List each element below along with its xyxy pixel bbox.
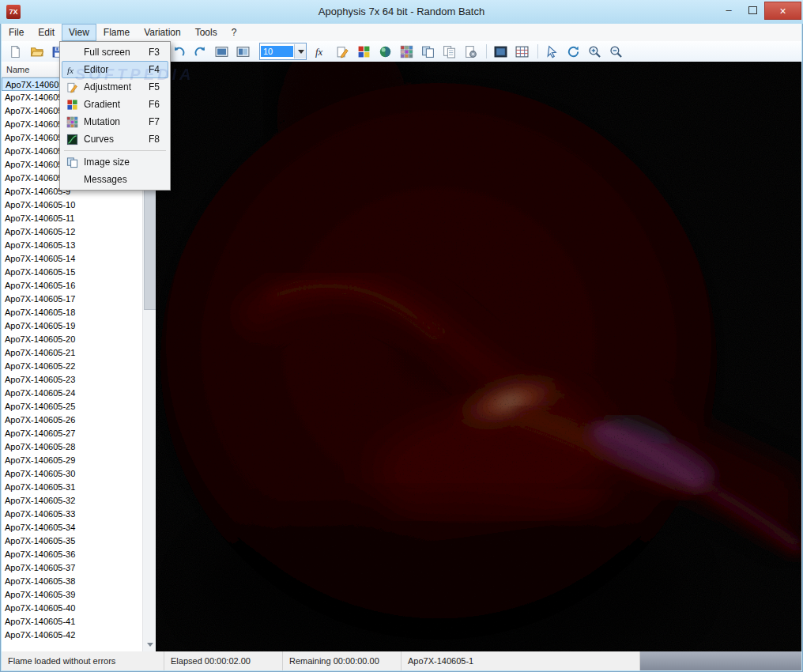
scrollbar-down-button[interactable] [143,638,156,651]
menu-item-editor[interactable]: fxEditorF4 [62,61,168,78]
render-button[interactable] [375,43,394,60]
list-item[interactable]: Apo7X-140605-33 [2,508,142,521]
zoom-out-icon [609,45,623,59]
minimize-button[interactable]: – [717,2,741,18]
undo-button[interactable] [169,43,188,60]
menu-item-gradient[interactable]: GradientF6 [62,96,168,113]
open-icon [30,45,43,59]
menu-item-curves[interactable]: CurvesF8 [62,130,168,148]
list-item[interactable]: Apo7X-140605-23 [2,373,142,387]
flame-preview-canvas[interactable] [156,62,801,651]
list-item[interactable]: Apo7X-140605-29 [2,454,142,467]
cursor-icon [545,45,559,59]
list-item[interactable]: Apo7X-140605-19 [2,319,142,333]
list-item[interactable]: Apo7X-140605-18 [2,306,142,319]
dropdown-arrow-icon[interactable] [294,44,306,59]
list-item[interactable]: Apo7X-140605-12 [2,225,142,239]
toggle-preview-split-button[interactable] [233,43,252,60]
list-item[interactable]: Apo7X-140605-11 [2,212,142,225]
list-item[interactable]: Apo7X-140605-40 [2,602,142,615]
list-item[interactable]: Apo7X-140605-14 [2,252,142,266]
menu-item-messages[interactable]: Messages [62,171,168,188]
menu-edit[interactable]: Edit [31,24,62,41]
blank-icon [64,173,80,186]
menu-separator [64,150,166,151]
status-elapsed: Elapsed 00:00:02.00 [164,651,283,670]
menu-item-shortcut: F4 [149,64,166,75]
adjustment-icon [336,45,349,59]
list-item[interactable]: Apo7X-140605-28 [2,440,142,454]
list-item[interactable]: Apo7X-140605-38 [2,575,142,588]
list-item[interactable]: Apo7X-140605-16 [2,279,142,293]
image-size-button[interactable] [418,43,437,60]
status-flame-name: Apo7X-140605-1 [402,651,640,670]
options-icon [464,45,477,59]
list-item[interactable]: Apo7X-140605-31 [2,481,142,494]
zoom-in-tool-button[interactable] [585,43,604,60]
copy-flame-button[interactable] [439,43,458,60]
undo-icon [172,45,186,59]
full-screen-button[interactable] [491,43,510,60]
panel2-icon [236,45,250,59]
list-item[interactable]: Apo7X-140605-27 [2,427,142,440]
menu-item-shortcut: F3 [149,47,166,58]
new-flame-button[interactable] [6,43,25,60]
preview-density[interactable]: 10 [259,43,307,60]
list-item[interactable]: Apo7X-140605-21 [2,346,142,360]
menu-item-mutation[interactable]: MutationF7 [62,113,168,130]
list-item[interactable]: Apo7X-140605-32 [2,494,142,508]
menu-help[interactable]: ? [224,24,244,41]
menu-view[interactable]: View [62,24,96,41]
list-item[interactable]: Apo7X-140605-35 [2,534,142,548]
redo-button[interactable] [190,43,209,60]
gradient-button[interactable] [354,43,373,60]
render-grid-button[interactable] [512,43,531,60]
mutation-button[interactable] [397,43,416,60]
list-item[interactable]: Apo7X-140605-13 [2,239,142,252]
menu-item-shortcut: F5 [149,81,166,92]
list-item[interactable]: Apo7X-140605-17 [2,293,142,306]
redo-icon [194,45,207,59]
list-item[interactable]: Apo7X-140605-39 [2,588,142,602]
list-item[interactable]: Apo7X-140605-42 [2,629,142,642]
menu-tools[interactable]: Tools [188,24,224,41]
list-item[interactable]: Apo7X-140605-26 [2,413,142,427]
menu-flame[interactable]: Flame [96,24,137,41]
toggle-preview-button[interactable] [212,43,231,60]
preview-density-value: 10 [261,46,293,57]
status-right-panel [640,651,801,670]
panel-icon [215,45,228,59]
menu-variation[interactable]: Variation [137,24,187,41]
list-item[interactable]: Apo7X-140605-10 [2,198,142,212]
caption-buttons: – × [717,2,801,20]
fx-icon: fx [315,45,328,59]
list-item[interactable]: Apo7X-140605-41 [2,615,142,629]
editor-button[interactable]: fx [311,43,330,60]
menu-item-full-screen[interactable]: Full screenF3 [62,43,168,61]
list-item[interactable]: Apo7X-140605-15 [2,266,142,279]
adjustment-button[interactable] [333,43,352,60]
copy-icon [443,45,456,59]
list-item[interactable]: Apo7X-140605-30 [2,467,142,481]
menu-item-adjustment[interactable]: AdjustmentF5 [62,78,168,96]
menu-item-image-size[interactable]: Image size [62,153,168,171]
list-item[interactable]: Apo7X-140605-22 [2,360,142,373]
menu-file[interactable]: File [2,24,31,41]
maximize-button[interactable] [741,2,764,18]
list-item[interactable]: Apo7X-140605-24 [2,387,142,400]
open-batch-button[interactable] [27,43,46,60]
mutation-icon [64,115,80,128]
list-item[interactable]: Apo7X-140605-34 [2,521,142,534]
list-item[interactable]: Apo7X-140605-36 [2,548,142,561]
zoom-out-tool-button[interactable] [606,43,625,60]
list-item[interactable]: Apo7X-140605-37 [2,561,142,575]
toolbar-separator [537,44,538,59]
statusbar: Flame loaded without errors Elapsed 00:0… [2,651,801,670]
rotate-tool-button[interactable] [564,43,582,60]
list-item[interactable]: Apo7X-140605-25 [2,400,142,413]
list-item[interactable]: Apo7X-140605-20 [2,333,142,346]
close-button[interactable]: × [764,2,801,20]
new-icon [9,45,22,59]
select-tool-button[interactable] [542,43,561,60]
options-button[interactable] [461,43,480,60]
